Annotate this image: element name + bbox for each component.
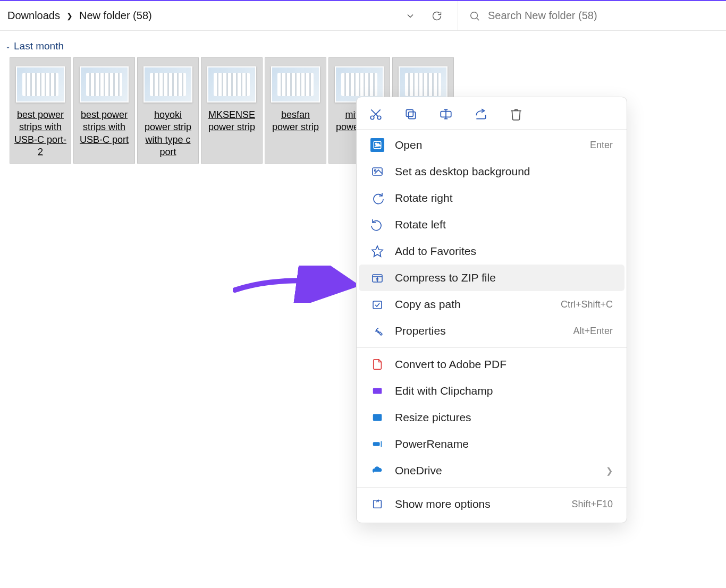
menu-label: Resize pictures xyxy=(395,411,613,424)
svg-rect-21 xyxy=(373,301,382,309)
star-icon xyxy=(370,244,384,258)
rotate-left-icon xyxy=(370,218,384,232)
menu-item-properties[interactable]: Properties Alt+Enter xyxy=(359,318,624,344)
file-item[interactable]: hoyoki power strip with type c port xyxy=(137,57,199,164)
refresh-icon[interactable] xyxy=(431,10,443,22)
menu-item-resize-pictures[interactable]: Resize pictures xyxy=(359,404,624,431)
menu-item-rotate-left[interactable]: Rotate left xyxy=(359,211,624,238)
menu-label: Convert to Adobe PDF xyxy=(395,358,613,371)
thumbnail-icon xyxy=(271,66,320,103)
address-bar[interactable]: Downloads ❯ New folder (58) xyxy=(0,1,458,30)
file-label: besfan power strip xyxy=(268,109,323,134)
menu-label: Show more options xyxy=(395,498,561,510)
svg-rect-7 xyxy=(406,109,413,116)
svg-point-0 xyxy=(471,12,478,19)
photo-icon xyxy=(370,138,384,152)
search-icon xyxy=(469,10,480,22)
thumbnail-icon xyxy=(80,66,129,103)
group-header[interactable]: ⌄ Last month xyxy=(4,40,722,52)
menu-item-clipchamp[interactable]: Edit with Clipchamp xyxy=(359,378,624,404)
thumbnail-icon xyxy=(143,66,192,103)
menu-item-compress-zip[interactable]: Compress to ZIP file xyxy=(359,265,624,291)
menu-item-open[interactable]: Open Enter xyxy=(359,132,624,158)
share-icon[interactable] xyxy=(474,107,488,122)
file-item[interactable]: MKSENSE power strip xyxy=(201,57,263,164)
thumbnail-icon xyxy=(207,66,256,103)
menu-label: Open xyxy=(395,139,579,151)
annotation-arrow xyxy=(233,266,356,303)
cut-icon[interactable] xyxy=(368,107,383,122)
thumbnail-icon xyxy=(16,66,65,103)
chevron-right-icon: ❯ xyxy=(66,12,73,20)
wrench-icon xyxy=(370,324,384,338)
powerrename-icon xyxy=(370,437,384,451)
menu-label: OneDrive xyxy=(395,464,595,477)
menu-label: Edit with Clipchamp xyxy=(395,385,613,397)
separator xyxy=(357,347,627,348)
separator xyxy=(357,487,627,488)
search-box[interactable] xyxy=(458,1,726,30)
svg-rect-23 xyxy=(373,414,382,421)
copy-icon[interactable] xyxy=(403,107,418,122)
menu-label: Set as desktop background xyxy=(395,165,613,178)
context-menu: Open Enter Set as desktop background Rot… xyxy=(356,97,627,523)
menu-label: Copy as path xyxy=(395,298,550,311)
menu-label: Add to Favorites xyxy=(395,245,613,258)
svg-marker-16 xyxy=(372,246,383,257)
rotate-right-icon xyxy=(370,191,384,205)
menu-label: PowerRename xyxy=(395,438,613,450)
search-input[interactable] xyxy=(488,10,715,22)
menu-label: Rotate left xyxy=(395,218,613,231)
group-label: Last month xyxy=(14,40,64,52)
svg-rect-24 xyxy=(373,442,380,446)
copy-path-icon xyxy=(370,297,384,311)
chevron-right-icon: ❯ xyxy=(606,466,613,476)
menu-label: Properties xyxy=(395,325,562,337)
menu-item-copy-path[interactable]: Copy as path Ctrl+Shift+C xyxy=(359,291,624,318)
menu-shortcut: Alt+Enter xyxy=(573,326,613,337)
menu-item-set-background[interactable]: Set as desktop background xyxy=(359,158,624,185)
delete-icon[interactable] xyxy=(509,107,524,122)
menu-item-powerrename[interactable]: PowerRename xyxy=(359,431,624,457)
file-label: MKSENSE power strip xyxy=(205,109,259,134)
menu-item-adobe-pdf[interactable]: Convert to Adobe PDF xyxy=(359,351,624,378)
svg-point-2 xyxy=(370,116,374,120)
file-label: hoyoki power strip with type c port xyxy=(141,109,195,159)
zip-icon xyxy=(370,271,384,285)
menu-item-rotate-right[interactable]: Rotate right xyxy=(359,185,624,211)
menu-shortcut: Ctrl+Shift+C xyxy=(561,299,613,310)
breadcrumb[interactable]: Downloads ❯ New folder (58) xyxy=(7,10,399,22)
menu-shortcut: Shift+F10 xyxy=(571,499,613,510)
svg-point-15 xyxy=(375,170,376,172)
menu-shortcut: Enter xyxy=(590,140,613,151)
clipchamp-icon xyxy=(370,384,384,398)
file-item[interactable]: best power strips with USB-C port-2 xyxy=(10,57,71,164)
toolbar: Downloads ❯ New folder (58) xyxy=(0,1,726,31)
breadcrumb-current[interactable]: New folder (58) xyxy=(79,10,152,22)
menu-item-onedrive[interactable]: OneDrive ❯ xyxy=(359,457,624,484)
file-item[interactable]: besfan power strip xyxy=(265,57,326,164)
breadcrumb-root[interactable]: Downloads xyxy=(7,10,60,22)
svg-rect-6 xyxy=(409,112,416,119)
context-actions-row xyxy=(357,99,627,130)
svg-rect-22 xyxy=(373,388,382,394)
menu-item-show-more[interactable]: Show more options Shift+F10 xyxy=(359,491,624,517)
file-label: best power strips with USB-C port-2 xyxy=(13,109,67,159)
file-item[interactable]: best power strips with USB-C port xyxy=(73,57,135,164)
menu-label: Compress to ZIP file xyxy=(395,271,613,284)
onedrive-icon xyxy=(370,464,384,478)
resize-icon xyxy=(370,411,384,424)
chevron-down-icon[interactable] xyxy=(404,10,416,22)
more-options-icon xyxy=(370,497,384,511)
svg-line-1 xyxy=(477,18,479,20)
rename-icon[interactable] xyxy=(438,107,453,122)
menu-label: Rotate right xyxy=(395,192,613,204)
file-label: best power strips with USB-C port xyxy=(77,109,131,146)
wallpaper-icon xyxy=(370,165,384,178)
chevron-down-icon: ⌄ xyxy=(5,42,11,50)
pdf-icon xyxy=(370,357,384,371)
menu-item-add-favorites[interactable]: Add to Favorites xyxy=(359,238,624,265)
svg-point-3 xyxy=(377,116,381,120)
